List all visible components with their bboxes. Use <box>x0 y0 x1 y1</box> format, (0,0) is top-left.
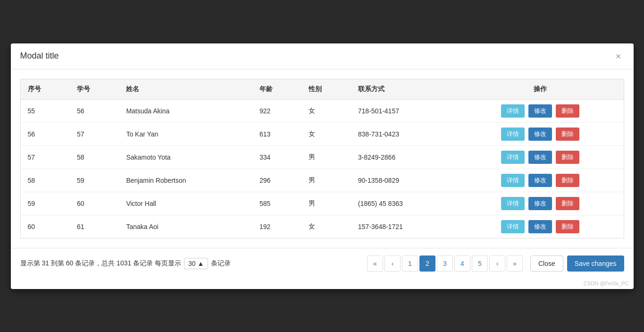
col-header-name: 姓名 <box>119 79 252 100</box>
col-header-action: 操作 <box>457 79 624 100</box>
cell-phone: 3-8249-2866 <box>351 145 457 169</box>
edit-button[interactable]: 修改 <box>528 104 552 118</box>
page-size-value: 30 <box>188 260 196 267</box>
detail-button[interactable]: 详情 <box>501 128 525 141</box>
detail-button[interactable]: 详情 <box>501 104 525 118</box>
cell-student: 61 <box>70 215 119 238</box>
cell-actions: 详情 修改 删除 <box>457 192 624 215</box>
edit-button[interactable]: 修改 <box>528 220 552 233</box>
cell-age: 334 <box>252 145 301 169</box>
cell-name: Sakamoto Yota <box>119 145 252 169</box>
delete-button[interactable]: 删除 <box>556 151 579 164</box>
pagination: « ‹ 1 2 3 4 5 › » <box>367 255 523 272</box>
cell-student: 58 <box>70 145 119 169</box>
cell-index: 60 <box>21 215 70 238</box>
page-3-button[interactable]: 3 <box>437 255 453 272</box>
table-container[interactable]: 序号 学号 姓名 年龄 性别 联系方式 操作 55 56 Matsuda Aki… <box>20 79 624 238</box>
cell-actions: 详情 修改 删除 <box>457 99 624 122</box>
table-row: 57 58 Sakamoto Yota 334 男 3-8249-2866 详情… <box>21 145 624 169</box>
cell-index: 57 <box>21 145 70 169</box>
pagination-info: 显示第 31 到第 60 条记录，总共 1031 条记录 每页显示 30 ▲ 条… <box>20 258 231 269</box>
delete-button[interactable]: 删除 <box>556 220 579 233</box>
cell-name: To Kar Yan <box>119 122 252 145</box>
edit-button[interactable]: 修改 <box>528 197 552 210</box>
cell-gender: 男 <box>301 145 351 169</box>
cell-phone: 718-501-4157 <box>351 99 457 122</box>
cell-index: 55 <box>21 99 70 122</box>
detail-button[interactable]: 详情 <box>501 197 525 210</box>
cell-name: Benjamin Robertson <box>119 169 252 192</box>
table-row: 55 56 Matsuda Akina 922 女 718-501-4157 详… <box>21 99 624 122</box>
cell-student: 60 <box>70 192 119 215</box>
cell-phone: (1865) 45 8363 <box>351 192 457 215</box>
footer-buttons: Close Save changes <box>530 255 624 272</box>
cell-age: 296 <box>252 169 301 192</box>
detail-button[interactable]: 详情 <box>501 220 525 233</box>
modal-body: 序号 学号 姓名 年龄 性别 联系方式 操作 55 56 Matsuda Aki… <box>11 69 634 248</box>
cell-index: 59 <box>21 192 70 215</box>
save-changes-button[interactable]: Save changes <box>567 255 624 272</box>
modal-backdrop: Modal title × 序号 学号 姓名 年龄 性别 联系方式 操作 <box>0 0 644 332</box>
col-header-age: 年龄 <box>252 79 301 100</box>
page-first-button[interactable]: « <box>367 255 383 272</box>
cell-phone: 157-3648-1721 <box>351 215 457 238</box>
page-1-button[interactable]: 1 <box>402 255 418 272</box>
page-5-button[interactable]: 5 <box>472 255 488 272</box>
table-row: 56 57 To Kar Yan 613 女 838-731-0423 详情 修… <box>21 122 624 145</box>
cell-index: 56 <box>21 122 70 145</box>
delete-button[interactable]: 删除 <box>556 128 579 141</box>
table-row: 59 60 Victor Hall 585 男 (1865) 45 8363 详… <box>21 192 624 215</box>
cell-student: 59 <box>70 169 119 192</box>
detail-button[interactable]: 详情 <box>501 151 525 164</box>
page-size-suffix: 条记录 <box>211 259 231 268</box>
delete-button[interactable]: 删除 <box>556 197 579 210</box>
table-header-row: 序号 学号 姓名 年龄 性别 联系方式 操作 <box>21 79 624 100</box>
edit-button[interactable]: 修改 <box>528 128 552 141</box>
close-button[interactable]: Close <box>530 255 563 272</box>
cell-age: 192 <box>252 215 301 238</box>
col-header-index: 序号 <box>21 79 70 100</box>
cell-name: Tanaka Aoi <box>119 215 252 238</box>
table-body: 55 56 Matsuda Akina 922 女 718-501-4157 详… <box>21 99 624 238</box>
cell-student: 56 <box>70 99 119 122</box>
modal-close-button[interactable]: × <box>613 51 624 62</box>
cell-actions: 详情 修改 删除 <box>457 169 624 192</box>
edit-button[interactable]: 修改 <box>528 151 552 164</box>
page-next-button[interactable]: › <box>489 255 505 272</box>
table-row: 58 59 Benjamin Robertson 296 男 90-1358-0… <box>21 169 624 192</box>
modal-dialog: Modal title × 序号 学号 姓名 年龄 性别 联系方式 操作 <box>11 43 634 289</box>
cell-gender: 男 <box>301 192 351 215</box>
data-table: 序号 学号 姓名 年龄 性别 联系方式 操作 55 56 Matsuda Aki… <box>21 79 624 238</box>
table-row: 60 61 Tanaka Aoi 192 女 157-3648-1721 详情 … <box>21 215 624 238</box>
col-header-gender: 性别 <box>301 79 351 100</box>
cell-age: 922 <box>252 99 301 122</box>
delete-button[interactable]: 删除 <box>556 174 579 187</box>
cell-actions: 详情 修改 删除 <box>457 215 624 238</box>
watermark: CSDN @FeiSir_PC <box>11 279 634 289</box>
cell-age: 613 <box>252 122 301 145</box>
page-size-arrow-icon: ▲ <box>198 260 204 267</box>
cell-name: Victor Hall <box>119 192 252 215</box>
page-prev-button[interactable]: ‹ <box>385 255 401 272</box>
page-4-button[interactable]: 4 <box>454 255 470 272</box>
page-last-button[interactable]: » <box>507 255 523 272</box>
modal-title: Modal title <box>20 51 59 61</box>
detail-button[interactable]: 详情 <box>501 174 525 187</box>
pagination-text: 显示第 31 到第 60 条记录，总共 1031 条记录 每页显示 <box>20 259 182 268</box>
cell-index: 58 <box>21 169 70 192</box>
cell-actions: 详情 修改 删除 <box>457 145 624 169</box>
col-header-student: 学号 <box>70 79 119 100</box>
cell-gender: 女 <box>301 99 351 122</box>
page-size-selector[interactable]: 30 ▲ <box>184 258 208 269</box>
modal-header: Modal title × <box>11 43 634 69</box>
col-header-phone: 联系方式 <box>351 79 457 100</box>
cell-name: Matsuda Akina <box>119 99 252 122</box>
modal-footer: 显示第 31 到第 60 条记录，总共 1031 条记录 每页显示 30 ▲ 条… <box>11 248 634 279</box>
cell-phone: 90-1358-0829 <box>351 169 457 192</box>
delete-button[interactable]: 删除 <box>556 104 579 118</box>
cell-gender: 女 <box>301 122 351 145</box>
cell-age: 585 <box>252 192 301 215</box>
page-2-button[interactable]: 2 <box>419 255 435 272</box>
cell-phone: 838-731-0423 <box>351 122 457 145</box>
edit-button[interactable]: 修改 <box>528 174 552 187</box>
